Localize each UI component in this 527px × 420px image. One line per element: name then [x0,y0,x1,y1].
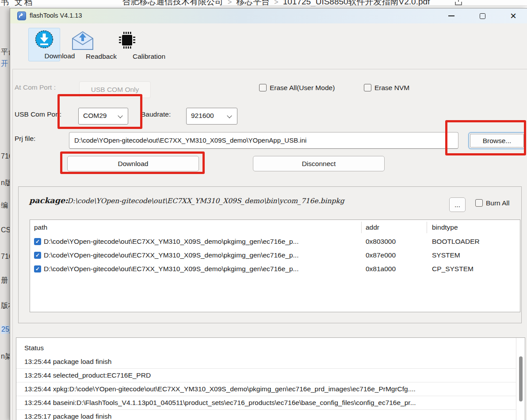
at-com-port-label: At Com Port : [15,83,56,91]
prj-file-value: D:\code\YOpen-gitecode\out\EC7XX_YM310_X… [74,136,306,144]
row-bindtype: SYSTEM [432,251,460,259]
window-title: flashTools V4.1.13 [30,12,82,19]
row-addr: 0x803000 [366,238,396,246]
sidebar-fragment: n版 [1,178,10,188]
prj-file-label: Prj file: [15,135,35,143]
erase-all-checkbox[interactable] [259,84,267,91]
status-line: 13:25:44 package load finish [16,355,516,369]
sidebar-fragment: n架 [1,352,10,361]
toolbar-calibration-button[interactable]: Calibration [105,28,149,61]
sidebar-fragment: 开 [1,59,8,68]
table-row[interactable]: ✓ D:\code\YOpen-gitecode\out\EC7XX_YM310… [30,249,520,262]
column-divider [427,222,427,233]
breadcrumb-document[interactable]: 101725_UIS8850软件开发指南V2.0.pdf [283,0,430,6]
minimize-icon [448,15,454,16]
breadcrumb: 合肥移芯通信技术有限公司>移芯平台>101725_UIS8850软件开发指南V2… [122,0,430,8]
sidebar-fragment: 716 [1,253,10,261]
row-addr: 0x87e000 [366,251,396,259]
scrollbar-thumb[interactable] [519,356,523,401]
breadcrumb-platform[interactable]: 移芯平台 [236,0,270,6]
row-path: D:\code\YOpen-gitecode\out\EC7XX_YM310_X… [44,238,298,246]
titlebar: flashTools V4.1.13 × [10,8,527,23]
row-checkbox-checked[interactable]: ✓ [34,252,41,259]
erase-all-label: Erase All(User Mode) [270,84,335,92]
row-bindtype: BOOTLOADER [432,238,480,246]
column-header-addr[interactable]: addr [366,223,379,231]
page-divider [220,6,527,6]
background-sidebar: 平台 开 716 n版 编 CSD 716 册 版本 25_ n架 [0,6,10,420]
annotation-rect-browse [445,120,526,155]
app-icon [17,11,26,20]
status-line: 13:25:44 selected_product:EC716E_PRD [16,369,516,382]
sidebar-fragment: 25_ [1,325,10,334]
row-path: D:\code\YOpen-gitecode\out\EC7XX_YM310_X… [44,265,298,273]
sidebar-fragment: 册 [1,276,8,285]
erase-nvm-label: Erase NVM [374,84,409,92]
usb-com-port-label: USB Com Port: [15,110,61,118]
chevron-down-icon [227,113,232,118]
annotation-rect-com-port [57,94,142,129]
sidebar-fragment: 716 [1,152,10,160]
baudrate-value: 921600 [191,112,214,120]
package-label: package: [29,196,68,205]
close-icon: × [510,10,516,22]
status-line: 13:25:17 package load finish [16,410,516,420]
maximize-button[interactable] [476,9,489,23]
column-divider [361,222,362,233]
toolbar-download-button[interactable]: Download [28,28,60,61]
row-checkbox-checked[interactable]: ✓ [34,265,41,272]
package-more-button[interactable]: ... [449,197,466,212]
sidebar-fragment: CSD [1,226,10,234]
annotation-rect-download [60,151,205,174]
disconnect-button[interactable]: Disconnect [253,156,385,171]
scrollbar-track [516,338,516,420]
table-row[interactable]: ✓ D:\code\YOpen-gitecode\out\EC7XX_YM310… [30,235,520,249]
package-path: D:\code\YOpen-gitecode\out\EC7XX_YM310_X… [67,197,344,205]
status-line: 13:25:44 xpkg:D:\code\YOpen-gitecode\out… [16,382,516,396]
envelope-up-icon [71,30,95,53]
baudrate-label: Baudrate: [141,110,171,118]
download-circle-icon [34,29,54,52]
erase-nvm-checkbox[interactable] [364,84,371,91]
share-upload-icon[interactable] [454,0,462,8]
row-checkbox-checked[interactable]: ✓ [34,238,41,245]
package-table: path addr bindtype ✓ D:\code\YOpen-gitec… [30,219,520,312]
minimize-button[interactable] [445,9,458,23]
toolbar-readback-button[interactable]: Readback [64,28,101,61]
status-header: Status [24,344,44,352]
row-bindtype: CP_SYSTEM [432,265,474,273]
sidebar-fragment: 版本 [1,301,10,310]
status-line: 13:25:44 baseini:D:\FlashTools_V4.1.13p0… [16,396,516,410]
baudrate-select[interactable]: 921600 [186,108,237,125]
column-header-path[interactable]: path [34,223,47,231]
sidebar-fragment: 平台 [1,48,10,57]
panel-divider [12,69,13,420]
chip-icon [116,30,137,53]
row-path: D:\code\YOpen-gitecode\out\EC7XX_YM310_X… [44,251,298,259]
sidebar-fragment: 编 [1,201,8,210]
flashtools-window: flashTools V4.1.13 × Download Readback [10,8,527,420]
status-log: Status 13:25:44 package load finish 13:2… [16,337,525,420]
close-button[interactable]: × [507,9,520,23]
burn-all-label: Burn All [486,199,509,207]
toolbar-calibration-label: Calibration [127,53,171,61]
breadcrumb-separator: > [223,0,236,6]
breadcrumb-company[interactable]: 合肥移芯通信技术有限公司 [122,0,223,6]
panel-divider [12,69,527,69]
maximize-icon [480,13,485,19]
burn-all-checkbox[interactable] [475,199,483,207]
table-row[interactable]: ✓ D:\code\YOpen-gitecode\out\EC7XX_YM310… [30,262,520,276]
row-addr: 0x81a000 [366,265,396,273]
prj-file-input[interactable]: D:\code\YOpen-gitecode\out\EC7XX_YM310_X… [69,132,458,149]
breadcrumb-separator: > [270,0,283,6]
column-header-bindtype[interactable]: bindtype [432,223,458,231]
